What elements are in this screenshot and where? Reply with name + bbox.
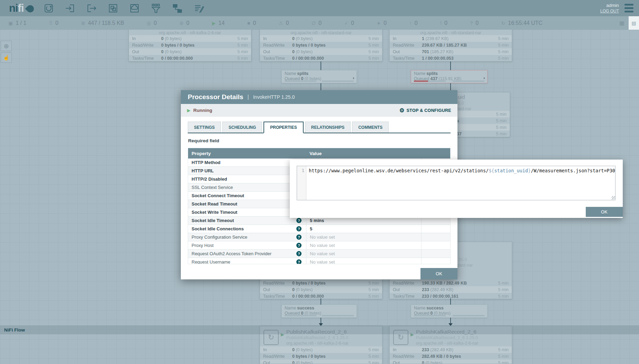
connection-label-splits-backpressure[interactable]: Namesplits Queued437(115.91 KB) ◑	[411, 70, 488, 83]
status-refresh[interactable]: ↻16:55:44 UTC	[501, 20, 543, 26]
tab-scheduling[interactable]: SCHEDULING	[222, 122, 262, 133]
bulletin-icon[interactable]: ▤	[629, 16, 639, 30]
nifi-logo: nifi	[9, 2, 34, 15]
load-balance-icon: ◑	[482, 75, 485, 80]
title-fragment: uid	[458, 94, 465, 100]
transmitting-icon: ◎	[147, 20, 151, 26]
dialog-title: Processor Details	[188, 93, 243, 101]
connection-label-success[interactable]: Namesuccess Queued0(0 bytes)	[411, 305, 488, 318]
table-header: Property Value	[188, 148, 450, 159]
status-value: 0	[154, 20, 157, 26]
help-icon[interactable]: ?	[296, 259, 302, 264]
property-row[interactable]: Proxy Configuration Service ? No value s…	[188, 233, 450, 241]
help-icon[interactable]: ?	[296, 251, 302, 256]
processor-icon[interactable]	[44, 3, 54, 13]
output-port-icon[interactable]	[86, 3, 97, 13]
processor-type: PublishKafkaRecord_2_6 1.25.0	[416, 335, 478, 340]
bundle-fragment: dard-nar	[456, 106, 471, 111]
run-status: Running	[193, 108, 212, 113]
stat-row: Read/Write0 bytes / 0 bytes5 min	[260, 42, 382, 48]
compass-icon: ◎	[4, 43, 8, 49]
global-menu-icon[interactable]	[624, 4, 633, 12]
birdseye-button[interactable]: ◎	[1, 41, 12, 51]
nifi-drop-icon	[25, 4, 35, 14]
stat-row: Tasks/Time0 / 00:00:00.0005 min	[260, 55, 382, 61]
editor-ok-button[interactable]: OK	[586, 207, 623, 217]
hand-button[interactable]: ☝	[1, 52, 12, 63]
breadcrumb[interactable]: NiFi Flow	[4, 327, 25, 333]
status-sync-failure: ?0	[470, 20, 479, 26]
status-invalid: ⚠0	[279, 20, 289, 26]
help-icon[interactable]: ?	[296, 234, 302, 240]
active-threads-icon: ⠿	[49, 20, 53, 26]
help-icon[interactable]: ?	[296, 226, 302, 231]
connection-label-splits[interactable]: Namesplits Queued0(0 bytes) ◑	[281, 70, 357, 83]
remote-process-group-icon[interactable]	[129, 3, 140, 13]
connection-label-success[interactable]: Namesuccess Queued0(0 bytes)	[281, 305, 357, 318]
bundle-label: org.apache.nifi - nifi-standard-nar	[260, 30, 382, 35]
cluster-icon: ▣	[8, 20, 13, 26]
version-fragment: 25.0	[459, 257, 467, 262]
required-field-note: Required field	[188, 138, 219, 143]
property-row[interactable]: Proxy Host ? No value set	[188, 241, 450, 250]
help-icon[interactable]: ?	[296, 243, 302, 248]
stat-row: Read/Write0 bytes / 0 bytes5 min	[260, 353, 382, 360]
status-value: 0	[253, 20, 256, 26]
help-icon[interactable]: ?	[296, 218, 302, 223]
dialog-header: Processor Details | InvokeHTTP 1.25.0	[181, 90, 457, 104]
stat-row: Out0 (0 bytes)5 min	[260, 360, 382, 364]
status-transmitting: ◎0	[147, 20, 157, 26]
locally-modified-icon: ∗	[377, 20, 381, 26]
status-bar: ▣1 / 1⠿0≣447 / 118.5 KB◎0⊘0▶14■0⚠0∅0✓0∗0…	[0, 16, 639, 30]
property-row[interactable]: Request OAuth2 Access Token Provider ? N…	[188, 250, 450, 258]
label-icon[interactable]	[194, 3, 204, 13]
bundle-fragment: dard-nar	[457, 263, 473, 268]
property-row[interactable]: Socket Idle Connections ? 5	[188, 225, 450, 233]
running-icon: ▶	[187, 108, 191, 113]
stat-row: Read/Write282.49 KB / 0 bytes5 min	[390, 353, 512, 360]
status-value: 0	[186, 20, 189, 26]
tab-settings[interactable]: SETTINGS	[188, 122, 221, 133]
stop-configure-button[interactable]: ⚙ STOP & CONFIGURE	[399, 107, 451, 114]
gear-icon: ⚙	[399, 107, 405, 114]
status-running: ▶14	[212, 20, 225, 26]
running-icon: ▶	[212, 20, 216, 26]
status-active-threads: ⠿0	[49, 20, 58, 26]
breadcrumb-bar: NiFi Flow	[0, 325, 639, 334]
dialog-subtitle: InvokeHTTP 1.25.0	[253, 94, 295, 100]
process-group-icon[interactable]	[108, 3, 118, 13]
disabled-icon: ∅	[312, 20, 316, 26]
input-port-icon[interactable]	[65, 3, 75, 13]
refresh-icon: ↻	[501, 20, 506, 26]
current-user: admin	[600, 3, 619, 8]
expression-editor[interactable]: 1 https://www.pegelonline.wsv.de/webserv…	[297, 166, 615, 200]
tab-relationships[interactable]: RELATIONSHIPS	[305, 122, 351, 133]
status-value: 0	[351, 20, 354, 26]
dialog-ok-button[interactable]: OK	[420, 268, 457, 279]
status-stopped: ■0	[247, 20, 256, 26]
resize-handle-icon[interactable]	[612, 196, 615, 200]
hand-icon: ☝	[3, 55, 10, 61]
template-icon[interactable]	[172, 3, 183, 13]
property-row[interactable]: Request Username ? No value set	[188, 258, 450, 264]
funnel-icon[interactable]	[151, 3, 161, 13]
expression-parameter: station_uuid	[494, 168, 528, 173]
not-transmitting-icon: ⊘	[179, 20, 184, 26]
up-to-date-icon: ✓	[344, 20, 348, 26]
tab-properties[interactable]: PROPERTIES	[263, 122, 303, 133]
tab-comments[interactable]: COMMENTS	[352, 122, 389, 133]
logout-link[interactable]: LOG OUT	[600, 8, 619, 14]
stat-row: In0 (0 bytes)5 min	[260, 346, 382, 353]
header-right: admin LOG OUT	[600, 3, 639, 14]
birdseye-icon[interactable]: ▦	[619, 20, 624, 26]
status-value: 0	[415, 20, 418, 26]
status-disabled: ∅0	[312, 20, 322, 26]
dialog-status-row: ▶ Running ⚙ STOP & CONFIGURE	[181, 104, 457, 117]
line-number-gutter: 1	[297, 166, 306, 200]
status-value: 0	[444, 20, 447, 26]
status-value: 16:55:44 UTC	[508, 20, 543, 26]
logo-text-fi: fi	[18, 2, 24, 15]
status-value: 0	[383, 20, 387, 26]
url-value[interactable]: https://www.pegelonline.wsv.de/webservic…	[306, 166, 615, 200]
bundle-label: org.apache.nifi - nifi-standard-nar	[390, 30, 512, 35]
